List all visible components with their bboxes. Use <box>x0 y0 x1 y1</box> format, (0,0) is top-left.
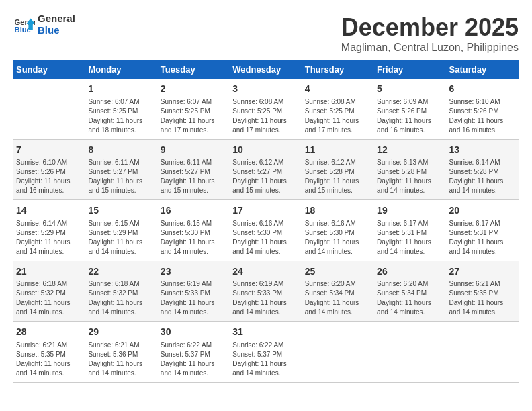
calendar-cell: 30Sunrise: 6:22 AM Sunset: 5:37 PM Dayli… <box>158 322 230 383</box>
calendar-cell: 17Sunrise: 6:16 AM Sunset: 5:30 PM Dayli… <box>230 200 302 261</box>
day-info: Sunrise: 6:22 AM Sunset: 5:37 PM Dayligh… <box>232 340 299 378</box>
calendar-cell: 27Sunrise: 6:21 AM Sunset: 5:35 PM Dayli… <box>447 261 519 322</box>
calendar-cell: 23Sunrise: 6:19 AM Sunset: 5:33 PM Dayli… <box>158 261 230 322</box>
day-number: 30 <box>161 326 227 339</box>
day-number: 16 <box>161 204 227 218</box>
day-number: 14 <box>16 204 83 218</box>
calendar-cell: 25Sunrise: 6:20 AM Sunset: 5:34 PM Dayli… <box>302 261 374 322</box>
header: General Blue General Blue December 2025 … <box>13 13 519 54</box>
day-info: Sunrise: 6:21 AM Sunset: 5:35 PM Dayligh… <box>449 279 516 317</box>
calendar-cell: 4Sunrise: 6:08 AM Sunset: 5:25 PM Daylig… <box>302 79 374 139</box>
day-info: Sunrise: 6:15 AM Sunset: 5:29 PM Dayligh… <box>88 219 154 257</box>
calendar-title: December 2025 <box>341 13 519 42</box>
calendar-cell: 5Sunrise: 6:09 AM Sunset: 5:26 PM Daylig… <box>374 79 446 139</box>
header-day: Sunday <box>13 60 85 79</box>
day-number: 24 <box>232 265 299 279</box>
calendar-row: 1Sunrise: 6:07 AM Sunset: 5:25 PM Daylig… <box>13 79 519 139</box>
day-number: 18 <box>305 204 371 218</box>
day-number: 25 <box>305 265 371 279</box>
day-number: 21 <box>16 265 83 279</box>
calendar-cell: 18Sunrise: 6:16 AM Sunset: 5:30 PM Dayli… <box>302 200 374 261</box>
calendar-cell: 31Sunrise: 6:22 AM Sunset: 5:37 PM Dayli… <box>230 322 302 383</box>
header-day: Saturday <box>447 60 519 79</box>
day-info: Sunrise: 6:18 AM Sunset: 5:32 PM Dayligh… <box>16 279 83 317</box>
day-info: Sunrise: 6:21 AM Sunset: 5:36 PM Dayligh… <box>88 340 154 378</box>
day-number: 3 <box>232 83 299 96</box>
day-info: Sunrise: 6:16 AM Sunset: 5:30 PM Dayligh… <box>232 219 299 257</box>
calendar-cell: 26Sunrise: 6:20 AM Sunset: 5:34 PM Dayli… <box>374 261 446 322</box>
day-number: 27 <box>449 265 516 279</box>
day-info: Sunrise: 6:19 AM Sunset: 5:33 PM Dayligh… <box>161 279 227 317</box>
day-number: 17 <box>232 204 299 218</box>
calendar-cell: 28Sunrise: 6:21 AM Sunset: 5:35 PM Dayli… <box>13 322 85 383</box>
day-number: 9 <box>161 144 227 157</box>
day-number: 20 <box>449 204 516 218</box>
calendar-row: 7Sunrise: 6:10 AM Sunset: 5:26 PM Daylig… <box>13 139 519 200</box>
calendar-row: 28Sunrise: 6:21 AM Sunset: 5:35 PM Dayli… <box>13 322 519 383</box>
calendar-cell: 2Sunrise: 6:07 AM Sunset: 5:25 PM Daylig… <box>158 79 230 139</box>
day-number: 5 <box>377 83 443 96</box>
calendar-cell: 3Sunrise: 6:08 AM Sunset: 5:25 PM Daylig… <box>230 79 302 139</box>
day-number: 7 <box>16 144 83 157</box>
day-info: Sunrise: 6:15 AM Sunset: 5:30 PM Dayligh… <box>161 219 227 257</box>
day-info: Sunrise: 6:12 AM Sunset: 5:27 PM Dayligh… <box>232 158 299 195</box>
day-number: 11 <box>305 144 371 157</box>
day-number: 4 <box>305 83 371 96</box>
day-info: Sunrise: 6:08 AM Sunset: 5:25 PM Dayligh… <box>305 97 371 135</box>
day-number: 23 <box>161 265 227 279</box>
logo-line1: General <box>38 13 75 25</box>
calendar-cell: 14Sunrise: 6:14 AM Sunset: 5:29 PM Dayli… <box>13 200 85 261</box>
day-number: 6 <box>449 83 516 96</box>
calendar-cell: 29Sunrise: 6:21 AM Sunset: 5:36 PM Dayli… <box>85 322 157 383</box>
day-info: Sunrise: 6:21 AM Sunset: 5:35 PM Dayligh… <box>16 340 83 378</box>
logo-icon: General Blue <box>13 14 35 36</box>
day-info: Sunrise: 6:12 AM Sunset: 5:28 PM Dayligh… <box>305 158 371 195</box>
calendar-cell: 6Sunrise: 6:10 AM Sunset: 5:26 PM Daylig… <box>447 79 519 139</box>
calendar-subtitle: Magliman, Central Luzon, Philippines <box>341 42 519 54</box>
calendar-cell: 20Sunrise: 6:17 AM Sunset: 5:31 PM Dayli… <box>447 200 519 261</box>
day-number: 19 <box>377 204 443 218</box>
day-info: Sunrise: 6:14 AM Sunset: 5:28 PM Dayligh… <box>449 158 516 195</box>
calendar-cell <box>374 322 446 383</box>
day-info: Sunrise: 6:08 AM Sunset: 5:25 PM Dayligh… <box>232 97 299 135</box>
day-info: Sunrise: 6:10 AM Sunset: 5:26 PM Dayligh… <box>16 158 83 195</box>
calendar-cell: 15Sunrise: 6:15 AM Sunset: 5:29 PM Dayli… <box>85 200 157 261</box>
header-day: Wednesday <box>230 60 302 79</box>
day-info: Sunrise: 6:07 AM Sunset: 5:25 PM Dayligh… <box>161 97 227 135</box>
day-info: Sunrise: 6:17 AM Sunset: 5:31 PM Dayligh… <box>377 219 443 257</box>
header-day: Monday <box>85 60 157 79</box>
calendar-cell: 7Sunrise: 6:10 AM Sunset: 5:26 PM Daylig… <box>13 139 85 200</box>
day-info: Sunrise: 6:19 AM Sunset: 5:33 PM Dayligh… <box>232 279 299 317</box>
day-info: Sunrise: 6:22 AM Sunset: 5:37 PM Dayligh… <box>161 340 227 378</box>
calendar-cell: 8Sunrise: 6:11 AM Sunset: 5:27 PM Daylig… <box>85 139 157 200</box>
calendar-row: 21Sunrise: 6:18 AM Sunset: 5:32 PM Dayli… <box>13 261 519 322</box>
logo-line2: Blue <box>38 25 75 36</box>
day-number: 2 <box>161 83 227 96</box>
calendar-cell <box>302 322 374 383</box>
title-area: December 2025 Magliman, Central Luzon, P… <box>341 13 519 54</box>
day-number: 22 <box>88 265 154 279</box>
day-info: Sunrise: 6:14 AM Sunset: 5:29 PM Dayligh… <box>16 219 83 257</box>
day-number: 26 <box>377 265 443 279</box>
calendar-cell: 21Sunrise: 6:18 AM Sunset: 5:32 PM Dayli… <box>13 261 85 322</box>
day-number: 8 <box>88 144 154 157</box>
day-number: 1 <box>88 83 154 96</box>
day-number: 15 <box>88 204 154 218</box>
day-number: 29 <box>88 326 154 339</box>
calendar-cell: 22Sunrise: 6:18 AM Sunset: 5:32 PM Dayli… <box>85 261 157 322</box>
calendar-cell: 19Sunrise: 6:17 AM Sunset: 5:31 PM Dayli… <box>374 200 446 261</box>
day-info: Sunrise: 6:11 AM Sunset: 5:27 PM Dayligh… <box>88 158 154 195</box>
day-number: 28 <box>16 326 83 339</box>
day-info: Sunrise: 6:11 AM Sunset: 5:27 PM Dayligh… <box>161 158 227 195</box>
day-info: Sunrise: 6:13 AM Sunset: 5:28 PM Dayligh… <box>377 158 443 195</box>
calendar-cell: 9Sunrise: 6:11 AM Sunset: 5:27 PM Daylig… <box>158 139 230 200</box>
calendar-cell: 1Sunrise: 6:07 AM Sunset: 5:25 PM Daylig… <box>85 79 157 139</box>
header-day: Tuesday <box>158 60 230 79</box>
calendar-cell: 13Sunrise: 6:14 AM Sunset: 5:28 PM Dayli… <box>447 139 519 200</box>
day-info: Sunrise: 6:10 AM Sunset: 5:26 PM Dayligh… <box>449 97 516 135</box>
day-info: Sunrise: 6:20 AM Sunset: 5:34 PM Dayligh… <box>377 279 443 317</box>
day-number: 10 <box>232 144 299 157</box>
calendar-cell: 24Sunrise: 6:19 AM Sunset: 5:33 PM Dayli… <box>230 261 302 322</box>
logo: General Blue General Blue <box>13 13 75 36</box>
day-info: Sunrise: 6:09 AM Sunset: 5:26 PM Dayligh… <box>377 97 443 135</box>
